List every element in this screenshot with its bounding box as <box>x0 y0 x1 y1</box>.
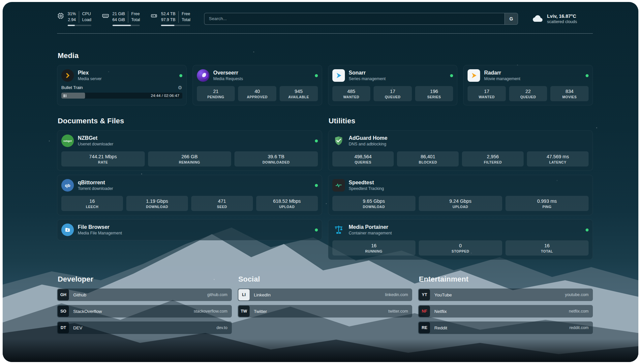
weather-condition: scattered clouds <box>547 19 577 24</box>
portainer-subtitle: Container management <box>349 231 392 235</box>
portainer-stat-total: 16 TOTAL <box>505 240 589 256</box>
search-bar: G <box>204 13 518 25</box>
developer-section-title: Developer <box>58 275 232 284</box>
dev-to-icon: DT <box>58 322 69 333</box>
filebrowser-subtitle: Media File Management <box>78 231 122 235</box>
card-adguard[interactable]: AdGuard Home DNS and adblocking 498,564 … <box>328 130 593 171</box>
nzbget-name: NZBGet <box>78 135 113 141</box>
card-overseerr[interactable]: Overseerr Media Requests 21 PENDING 40 A… <box>193 65 322 106</box>
overseerr-name: Overseerr <box>213 70 243 76</box>
github-icon: GH <box>58 289 69 300</box>
cloud-icon <box>532 13 544 25</box>
nzbget-icon: nzbget <box>61 135 74 147</box>
plex-name: Plex <box>78 70 102 76</box>
section-entertainment: Entertainment YT YouTube youtube.com NF … <box>418 275 593 338</box>
overseerr-icon <box>197 69 209 82</box>
cpu-progress-fill <box>68 25 75 26</box>
sonarr-stat-queued: 17 QUEUED <box>374 86 412 101</box>
cpu-load-label: Load <box>82 17 91 23</box>
disk-progress-bar <box>161 25 190 26</box>
search-engine-label: G <box>509 16 513 21</box>
sonarr-stat-series: 196 SERIES <box>415 86 453 101</box>
section-media: Media Plex Media server <box>57 51 593 106</box>
search-engine-button[interactable]: G <box>504 13 518 24</box>
adguard-stat-latency: 47.569 ms LATENCY <box>527 151 589 167</box>
memory-total-label: Total <box>131 17 140 23</box>
sonarr-subtitle: Series management <box>349 76 386 81</box>
radarr-icon <box>468 69 480 82</box>
sonarr-icon <box>332 69 345 82</box>
overseerr-stat-available: 945 AVAILABLE <box>280 86 318 101</box>
disk-icon <box>150 12 158 19</box>
pause-icon[interactable] <box>64 94 66 97</box>
portainer-status-dot <box>586 228 589 231</box>
adguard-stat-queries: 498,564 QUERIES <box>332 151 394 167</box>
link-stackoverflow[interactable]: SO StackOverflow stackoverflow.com <box>57 305 232 318</box>
cpu-load-value: 2.94 <box>68 17 76 23</box>
link-twitter[interactable]: TW Twitter twitter.com <box>238 305 412 318</box>
speedtest-stat-ping: 0.993 ms PING <box>505 196 589 211</box>
youtube-icon: YT <box>419 289 430 300</box>
memory-free-value: 21 GiB <box>112 11 125 17</box>
header-divider <box>57 33 593 34</box>
social-section-title: Social <box>238 275 412 284</box>
radarr-name: Radarr <box>484 70 520 76</box>
search-input[interactable] <box>204 13 518 25</box>
speedtest-stat-upload: 9.24 Gbps UPLOAD <box>419 196 502 211</box>
plex-status-dot <box>179 74 182 77</box>
card-filebrowser[interactable]: File Browser Media File Management <box>57 219 322 240</box>
adguard-subtitle: DNS and adblocking <box>349 142 387 146</box>
memory-total-value: 64 GiB <box>112 17 125 23</box>
overseerr-stat-approved: 40 APPROVED <box>238 86 276 101</box>
card-sonarr[interactable]: Sonarr Series management 485 WANTED 17 Q… <box>328 65 458 106</box>
link-github[interactable]: GH Github github.com <box>57 288 232 301</box>
section-social: Social LI LinkedIn linkedin.com TW Twitt… <box>238 275 412 338</box>
qbittorrent-stat-download: 1.19 Gbps DOWNLOAD <box>126 196 188 211</box>
overseerr-status-dot <box>315 74 318 77</box>
disk-total-value: 97.9 TB <box>161 17 175 23</box>
reddit-icon: RE <box>419 322 430 333</box>
card-qbittorrent[interactable]: qb qBittorrent Torrent downloader 16 <box>57 175 322 215</box>
nzbget-subtitle: Usenet downloader <box>78 142 113 146</box>
adguard-stat-blocked: 86,401 BLOCKED <box>397 151 459 167</box>
filebrowser-icon <box>61 224 74 236</box>
plex-icon <box>61 69 74 82</box>
disk-total-label: Total <box>182 17 190 23</box>
memory-free-label: Free <box>131 11 140 17</box>
radarr-stat-queued: 22 QUEUED <box>509 86 547 101</box>
radarr-stat-movies: 834 MOVIES <box>550 86 589 101</box>
settings-gear-icon[interactable]: ⚙ <box>178 85 182 90</box>
overseerr-stat-pending: 21 PENDING <box>197 86 235 101</box>
system-monitor-group: 31% 2.94 CPU Load <box>57 11 190 26</box>
dashboard-window: 31% 2.94 CPU Load <box>3 2 638 362</box>
speedtest-subtitle: Speedtest Tracking <box>349 186 384 191</box>
card-nzbget[interactable]: nzbget NZBGet Usenet downloader 744.21 M… <box>57 130 322 171</box>
qbittorrent-icon: qb <box>61 179 74 192</box>
plex-playback-time: 24:44 / 02:06:47 <box>151 94 179 98</box>
cpu-usage-label: CPU <box>82 11 91 17</box>
cpu-progress-bar <box>68 25 91 26</box>
section-developer: Developer GH Github github.com SO StackO… <box>57 275 232 338</box>
disk-free-label: Free <box>182 11 190 17</box>
weather-location: Lviv, 16.87°C <box>547 14 577 19</box>
nzbget-stat-remaining: 266 GB REMAINING <box>148 151 231 167</box>
link-netflix[interactable]: NF Netflix netflix.com <box>418 305 593 318</box>
card-radarr[interactable]: Radarr Movie management 17 WANTED 22 QUE… <box>463 65 593 106</box>
memory-progress-bar <box>112 25 140 26</box>
link-youtube[interactable]: YT YouTube youtube.com <box>418 288 593 301</box>
media-section-title: Media <box>58 51 593 60</box>
stackoverflow-icon: SO <box>58 306 69 317</box>
plex-seek-bar[interactable]: 24:44 / 02:06:47 <box>61 93 182 99</box>
speedtest-stat-download: 9.65 Gbps DOWNLOAD <box>332 196 416 211</box>
card-speedtest[interactable]: Speedtest Speedtest Tracking 9.65 Gbps D… <box>328 175 593 215</box>
plex-subtitle: Media server <box>78 76 102 81</box>
link-linkedin[interactable]: LI LinkedIn linkedin.com <box>238 288 412 301</box>
link-dev-to[interactable]: DT DEV dev.to <box>57 321 232 334</box>
filebrowser-name: File Browser <box>78 224 122 230</box>
memory-widget: 21 GiB 64 GiB Free Total <box>102 11 140 26</box>
link-reddit[interactable]: RE Reddit reddit.com <box>418 321 593 334</box>
adguard-stat-filtered: 2,956 FILTERED <box>462 151 524 167</box>
sonarr-stat-wanted: 485 WANTED <box>332 86 371 101</box>
card-plex[interactable]: Plex Media server Bullet Train ⚙ 24:44 /… <box>57 65 187 106</box>
card-portainer[interactable]: Media Portainer Container management 16 … <box>328 219 593 260</box>
